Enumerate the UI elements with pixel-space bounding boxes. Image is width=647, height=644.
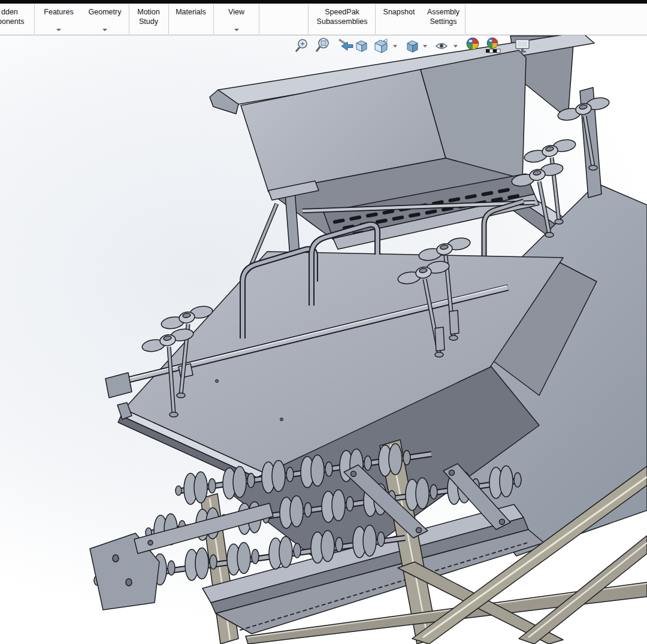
ribbon-separator (375, 4, 376, 34)
ribbon-label: SpeedPak (309, 8, 375, 17)
ribbon-label: Study (129, 17, 168, 26)
dropdown-caret-icon (102, 29, 107, 31)
ribbon-button-materials[interactable]: Materials (169, 4, 213, 35)
edit-appearance-button[interactable] (467, 38, 479, 50)
heads-up-view-toolbar (296, 38, 529, 53)
ribbon-label: dden (1, 8, 34, 17)
ribbon-label: Subassemblies (309, 17, 375, 26)
hide-show-items-button[interactable] (436, 44, 447, 49)
ribbon-label: View (214, 8, 259, 17)
ribbon-separator (213, 4, 214, 34)
dropdown-caret-icon (56, 29, 61, 31)
ribbon-label: Features (36, 8, 81, 17)
ribbon-separator (168, 4, 169, 34)
section-view-button[interactable] (356, 41, 367, 52)
ribbon-separator (34, 4, 35, 34)
ribbon-button-features[interactable]: Features (36, 4, 81, 35)
dropdown-caret-icon[interactable] (423, 45, 427, 48)
command-manager-ribbon: dden ponents Features Geometry Motion St… (0, 4, 647, 35)
ribbon-button-speedpak-subassemblies[interactable]: SpeedPak Subassemblies (309, 4, 375, 35)
ribbon-label: Snapshot (376, 8, 422, 17)
ribbon-separator (465, 4, 465, 34)
zoom-to-fit-button[interactable] (296, 40, 307, 52)
ribbon-separator (129, 4, 129, 34)
ribbon-label: Motion (129, 8, 168, 17)
dropdown-caret-icon[interactable] (393, 45, 397, 48)
ribbon-button-snapshot[interactable]: Snapshot (376, 4, 422, 35)
ribbon-label: Settings (422, 17, 465, 26)
ribbon-button-geometry[interactable]: Geometry (81, 4, 128, 35)
dropdown-caret-icon[interactable] (453, 45, 458, 48)
ribbon-label: Assembly (422, 8, 465, 17)
model-3d-view[interactable] (0, 0, 647, 644)
zoom-to-area-button[interactable] (316, 38, 328, 52)
view-orientation-button[interactable] (375, 39, 387, 53)
ribbon-button-hidden-components[interactable]: dden ponents (0, 4, 34, 35)
ribbon-separator (308, 4, 309, 34)
previous-view-button[interactable] (339, 40, 353, 50)
ribbon-label: Materials (169, 8, 213, 17)
display-style-button[interactable] (407, 41, 418, 52)
ribbon-label: Geometry (81, 8, 128, 17)
ribbon-label: ponents (0, 17, 34, 26)
ribbon-button-motion-study[interactable]: Motion Study (129, 4, 168, 35)
dropdown-caret-icon (234, 29, 239, 31)
ribbon-button-assembly-settings[interactable]: Assembly Settings (422, 4, 465, 35)
assembly-model[interactable] (90, 35, 647, 644)
ribbon-button-view[interactable]: View (214, 4, 259, 35)
ribbon-separator (259, 4, 259, 34)
solidworks-window: dden ponents Features Geometry Motion St… (0, 0, 647, 644)
